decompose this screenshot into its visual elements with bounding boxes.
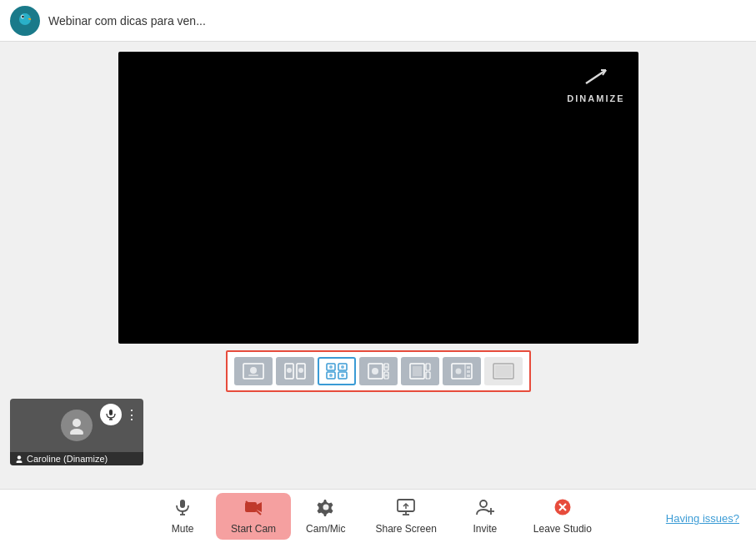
- layout-two-icon: [283, 362, 307, 380]
- gear-icon: [317, 498, 335, 516]
- svg-rect-37: [467, 370, 470, 373]
- start-cam-button[interactable]: Start Cam: [216, 493, 291, 540]
- layout-btn-two[interactable]: [276, 357, 314, 385]
- close-circle-icon: [553, 498, 572, 516]
- leave-studio-button[interactable]: Leave Studio: [518, 493, 607, 540]
- layout-selector: [226, 350, 531, 392]
- mute-label: Mute: [172, 523, 194, 535]
- camera-icon: [244, 498, 263, 520]
- invite-button[interactable]: Invite: [452, 493, 518, 540]
- start-cam-label: Start Cam: [231, 523, 276, 535]
- svg-point-4: [22, 15, 23, 17]
- svg-rect-30: [413, 366, 422, 376]
- svg-rect-32: [426, 372, 430, 379]
- video-camera-icon: [244, 498, 263, 516]
- svg-point-9: [250, 367, 257, 374]
- main-content: DINAMIZE: [0, 42, 756, 392]
- microphone-icon: [173, 498, 192, 516]
- layout-spotlight-icon: [367, 362, 390, 380]
- mic-icon: [105, 409, 117, 420]
- participant-tile: ⋮ Caroline (Dinamize): [10, 399, 143, 465]
- person-small-icon: [15, 455, 23, 463]
- app-title: Webinar com dicas para ven...: [48, 14, 206, 28]
- person-add-icon: [476, 498, 494, 520]
- mute-button[interactable]: Mute: [149, 493, 216, 540]
- svg-rect-40: [495, 365, 512, 377]
- layout-fullscreen-icon: [492, 362, 515, 380]
- layout-sidebar-icon: [450, 362, 473, 380]
- svg-point-24: [372, 368, 378, 375]
- svg-point-18: [341, 365, 344, 369]
- svg-point-12: [287, 368, 292, 373]
- participant-name-bar: Caroline (Dinamize): [10, 452, 143, 465]
- svg-point-47: [17, 460, 23, 463]
- svg-point-22: [341, 374, 344, 377]
- brand-name-text: DINAMIZE: [567, 93, 624, 103]
- share-screen-button[interactable]: Share Screen: [360, 493, 451, 540]
- svg-point-41: [73, 419, 81, 427]
- svg-point-26: [385, 366, 388, 369]
- layout-btn-sidebar[interactable]: [443, 357, 481, 385]
- layout-btn-single[interactable]: [234, 357, 273, 385]
- svg-point-55: [323, 505, 328, 510]
- svg-point-35: [455, 369, 461, 375]
- video-stage: DINAMIZE: [118, 52, 638, 344]
- bottom-toolbar: Mute Start Cam Cam/Mic: [0, 489, 756, 543]
- svg-rect-38: [467, 375, 470, 377]
- app-logo: [10, 6, 40, 36]
- svg-point-60: [480, 500, 487, 507]
- layout-grid-icon: [325, 362, 348, 380]
- participant-controls: ⋮: [100, 404, 138, 425]
- having-issues-link[interactable]: Having issues?: [666, 512, 739, 525]
- layout-single-icon: [242, 362, 265, 380]
- svg-point-46: [18, 455, 21, 459]
- leave-studio-label: Leave Studio: [533, 523, 592, 535]
- participant-mic-button[interactable]: [100, 404, 122, 425]
- layout-btn-fullscreen[interactable]: [484, 357, 523, 385]
- svg-rect-43: [109, 410, 113, 415]
- svg-line-5: [586, 70, 606, 83]
- layout-screenshare-icon: [408, 362, 432, 380]
- brand-watermark: DINAMIZE: [567, 65, 624, 105]
- settings-icon: [317, 498, 335, 520]
- layout-btn-spotlight[interactable]: [359, 357, 398, 385]
- monitor-icon: [397, 498, 415, 520]
- avatar: [61, 410, 93, 441]
- layout-btn-grid[interactable]: [318, 357, 356, 385]
- svg-point-16: [329, 365, 333, 369]
- cam-mic-label: Cam/Mic: [306, 523, 345, 535]
- app-header: Webinar com dicas para ven...: [0, 0, 756, 42]
- invite-icon: [476, 498, 494, 516]
- invite-label: Invite: [473, 523, 498, 535]
- layout-btn-screenshare[interactable]: [401, 357, 439, 385]
- leave-icon: [553, 498, 572, 520]
- share-screen-label: Share Screen: [375, 523, 436, 535]
- duck-icon: [13, 9, 37, 33]
- participant-more-button[interactable]: ⋮: [125, 404, 138, 425]
- mute-icon: [173, 498, 192, 520]
- dinamize-logo-icon: [581, 65, 611, 88]
- cam-mic-button[interactable]: Cam/Mic: [291, 493, 360, 540]
- svg-point-14: [298, 368, 303, 373]
- svg-rect-36: [467, 366, 470, 369]
- svg-rect-51: [245, 502, 257, 512]
- screen-share-icon: [397, 498, 415, 516]
- participants-area: ⋮ Caroline (Dinamize): [10, 399, 143, 465]
- svg-point-28: [385, 375, 388, 377]
- svg-point-20: [329, 374, 333, 377]
- participant-name: Caroline (Dinamize): [27, 454, 108, 464]
- svg-rect-48: [180, 500, 185, 508]
- svg-rect-31: [426, 364, 430, 370]
- svg-point-42: [70, 429, 83, 435]
- person-icon: [68, 416, 86, 435]
- svg-rect-10: [248, 375, 258, 376]
